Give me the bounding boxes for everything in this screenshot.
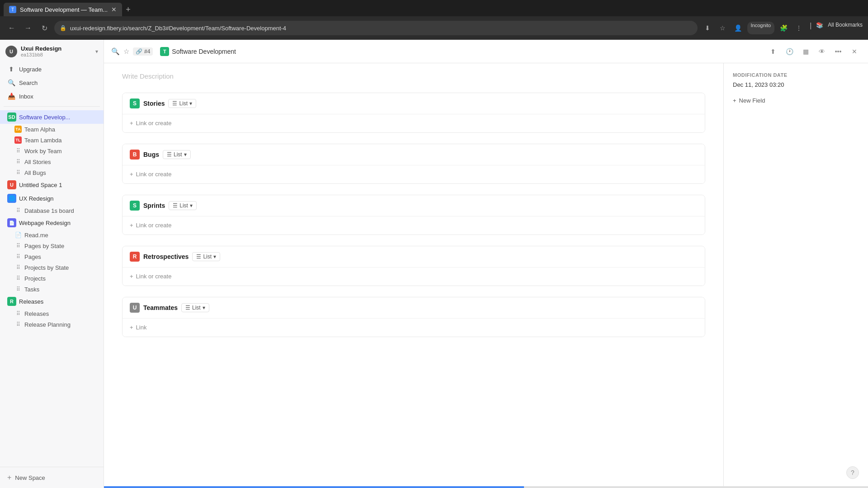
tab-close-button[interactable]: ✕ — [111, 6, 117, 13]
pages-by-state-label: Pages by State — [24, 243, 64, 249]
sidebar-item-releases[interactable]: R Releases — [0, 295, 104, 308]
sidebar-item-untitled-space-1[interactable]: U Untitled Space 1 — [0, 178, 104, 192]
sprints-view-chevron: ▾ — [190, 202, 193, 209]
sidebar-item-team-lambda[interactable]: TL Team Lambda — [0, 135, 104, 145]
bookmark-button[interactable]: ☆ — [717, 22, 729, 34]
teammates-link-button[interactable]: + Link — [130, 322, 698, 333]
sidebar-item-pages[interactable]: ⠿ Pages — [0, 251, 104, 262]
tasks-label: Tasks — [24, 286, 39, 293]
address-bar[interactable]: 🔒 uxui-redesign.fibery.io/search/Z_Db3#D… — [54, 21, 698, 35]
sidebar-item-projects-by-state[interactable]: ⠿ Projects by State — [0, 262, 104, 273]
team-alpha-icon: TA — [14, 126, 22, 133]
retrospectives-view-button[interactable]: ☰ List ▾ — [192, 252, 220, 261]
section-retrospectives: R Retrospectives ☰ List ▾ + Link or crea… — [122, 246, 705, 286]
downloads-button[interactable]: ⬇ — [701, 22, 714, 34]
releases-child-label: Releases — [24, 310, 49, 317]
reload-button[interactable]: ↻ — [38, 22, 51, 34]
retrospectives-link-create-button[interactable]: + Link or create — [130, 271, 698, 282]
help-button[interactable]: ? — [846, 466, 859, 479]
section-teammates-body: + Link — [123, 319, 705, 337]
sidebar-item-release-planning[interactable]: ⠿ Release Planning — [0, 319, 104, 330]
toolbar-star-icon[interactable]: ☆ — [123, 47, 129, 56]
section-teammates: U Teammates ☰ List ▾ + Link — [122, 297, 705, 337]
content-sidebar: MODIFICATION DATE Dec 11, 2023 03:20 + N… — [723, 63, 868, 486]
eye-button[interactable]: 👁 — [816, 45, 828, 58]
workspace-name: Uxui Redesign — [21, 45, 61, 52]
sidebar-item-all-bugs[interactable]: ⠿ All Bugs — [0, 167, 104, 178]
sidebar-item-tasks[interactable]: ⠿ Tasks — [0, 284, 104, 295]
sidebar-item-all-stories[interactable]: ⠿ All Stories — [0, 156, 104, 167]
workspace-chevron-icon[interactable]: ▾ — [95, 48, 98, 55]
stories-icon: S — [130, 99, 140, 108]
stories-title: Stories — [143, 100, 165, 107]
back-button[interactable]: ← — [5, 22, 18, 34]
section-sprints: S Sprints ☰ List ▾ + Link or create — [122, 195, 705, 235]
sidebar-item-projects[interactable]: ⠿ Projects — [0, 273, 104, 284]
inbox-label: Inbox — [19, 93, 33, 100]
link-count: #4 — [144, 48, 150, 55]
new-tab-button[interactable]: + — [122, 3, 134, 16]
more-button[interactable]: ••• — [832, 45, 844, 58]
section-stories: S Stories ☰ List ▾ + Link or create — [122, 93, 705, 133]
toolbar-search-icon[interactable]: 🔍 — [111, 47, 120, 56]
sidebar-item-webpage-redesign[interactable]: 📄 Webpage Redesign — [0, 216, 104, 230]
sidebar-item-ux-redesign[interactable]: 🌐 UX Redesign — [0, 192, 104, 205]
section-bugs: B Bugs ☰ List ▾ + Link or create — [122, 144, 705, 184]
webpage-redesign-label: Webpage Redesign — [19, 220, 71, 226]
menu-button[interactable]: ⋮ — [793, 22, 805, 34]
section-retrospectives-header: R Retrospectives ☰ List ▾ — [123, 246, 705, 267]
release-planning-icon: ⠿ — [14, 321, 22, 328]
bookmark-folder-icon: 📚 — [816, 22, 823, 34]
projects-icon: ⠿ — [14, 275, 22, 282]
bugs-view-button[interactable]: ☰ List ▾ — [163, 150, 191, 159]
forward-button[interactable]: → — [22, 22, 34, 34]
upload-button[interactable]: ⬆ — [767, 45, 779, 58]
sidebar-nav: ⬆ Upgrade 🔍 Search 📥 Inbox — [0, 61, 104, 104]
sprints-link-label: Link or create — [136, 222, 172, 229]
retrospectives-list-icon: ☰ — [196, 253, 201, 260]
sidebar-item-readme[interactable]: 📄 Read.me — [0, 230, 104, 240]
teammates-icon: U — [130, 303, 140, 313]
new-space-button[interactable]: + New Space — [4, 471, 100, 484]
bugs-link-create-button[interactable]: + Link or create — [130, 169, 698, 179]
sprints-link-create-button[interactable]: + Link or create — [130, 220, 698, 230]
sidebar-item-inbox[interactable]: 📥 Inbox — [4, 90, 100, 103]
sprints-view-button[interactable]: ☰ List ▾ — [169, 201, 197, 210]
workspace-info[interactable]: U Uxui Redesign ea131bb8 — [5, 45, 61, 57]
sprints-list-icon: ☰ — [173, 202, 178, 209]
retrospectives-plus-icon: + — [130, 273, 133, 280]
sidebar-item-software-dev[interactable]: SD Software Develop... — [0, 110, 104, 124]
ux-redesign-icon: 🌐 — [7, 194, 16, 203]
new-field-button[interactable]: + New Field — [733, 95, 859, 106]
profile-button[interactable]: 👤 — [732, 22, 745, 34]
extensions-button[interactable]: 🧩 — [777, 22, 790, 34]
work-by-team-icon: ⠿ — [14, 147, 22, 155]
sidebar-item-search[interactable]: 🔍 Search — [4, 76, 100, 89]
teammates-link-label: Link — [136, 324, 147, 331]
toolbar-link-badge[interactable]: 🔗 #4 — [133, 47, 153, 56]
sidebar-item-database-1s[interactable]: ⠿ Database 1s board — [0, 205, 104, 216]
toolbar-space-name: Software Development — [172, 48, 236, 55]
untitled-space-1-icon: U — [7, 180, 16, 189]
teammates-view-button[interactable]: ☰ List ▾ — [181, 303, 209, 312]
stories-link-create-button[interactable]: + Link or create — [130, 118, 698, 128]
sidebar-item-releases-child[interactable]: ⠿ Releases — [0, 308, 104, 319]
stories-view-chevron: ▾ — [189, 100, 192, 107]
database-1s-icon: ⠿ — [14, 207, 22, 214]
sidebar-item-upgrade[interactable]: ⬆ Upgrade — [4, 63, 100, 75]
active-tab[interactable]: T Software Development — Team... ✕ — [4, 3, 122, 16]
layout-button[interactable]: ▦ — [799, 45, 812, 58]
sidebar-item-work-by-team[interactable]: ⠿ Work by Team — [0, 145, 104, 156]
sidebar-item-team-alpha[interactable]: TA Team Alpha — [0, 124, 104, 135]
sidebar-footer: + New Space — [0, 467, 104, 488]
tab-title: Software Development — Team... — [20, 6, 108, 13]
history-button[interactable]: 🕐 — [783, 45, 796, 58]
list-icon: ☰ — [172, 100, 177, 107]
close-button[interactable]: ✕ — [848, 45, 861, 58]
teammates-view-label: List — [192, 305, 201, 311]
stories-view-button[interactable]: ☰ List ▾ — [168, 99, 196, 108]
sidebar-item-pages-by-state[interactable]: ⠿ Pages by State — [0, 240, 104, 251]
description-placeholder[interactable]: Write Description — [122, 70, 705, 82]
browser-actions: ⬇ ☆ 👤 Incognito 🧩 ⋮ | 📚 All Bookmarks — [701, 22, 863, 34]
workspace-details: Uxui Redesign ea131bb8 — [21, 45, 61, 57]
